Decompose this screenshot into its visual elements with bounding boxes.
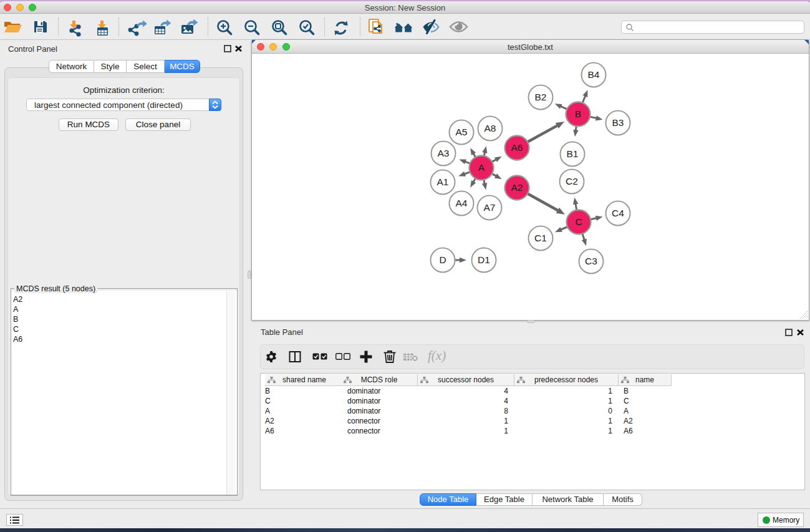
svg-text:B1: B1 <box>567 148 579 159</box>
svg-text:C4: C4 <box>612 208 624 218</box>
svg-text:C: C <box>575 216 582 227</box>
svg-text:A: A <box>478 162 485 173</box>
svg-text:A3: A3 <box>438 148 450 158</box>
svg-text:D: D <box>439 254 446 265</box>
svg-text:A4: A4 <box>456 198 468 208</box>
svg-text:A8: A8 <box>485 123 496 133</box>
svg-text:B3: B3 <box>612 117 624 128</box>
svg-text:A7: A7 <box>484 202 496 213</box>
svg-text:A5: A5 <box>456 127 468 137</box>
svg-text:A6: A6 <box>511 142 523 153</box>
svg-text:A1: A1 <box>437 177 449 187</box>
svg-text:C3: C3 <box>585 256 597 266</box>
svg-text:C1: C1 <box>534 233 547 243</box>
svg-text:B4: B4 <box>588 69 600 80</box>
svg-text:B: B <box>575 109 581 119</box>
svg-text:D1: D1 <box>478 254 490 265</box>
svg-text:B2: B2 <box>535 92 547 102</box>
svg-text:C2: C2 <box>566 176 578 186</box>
svg-text:A2: A2 <box>511 182 523 193</box>
